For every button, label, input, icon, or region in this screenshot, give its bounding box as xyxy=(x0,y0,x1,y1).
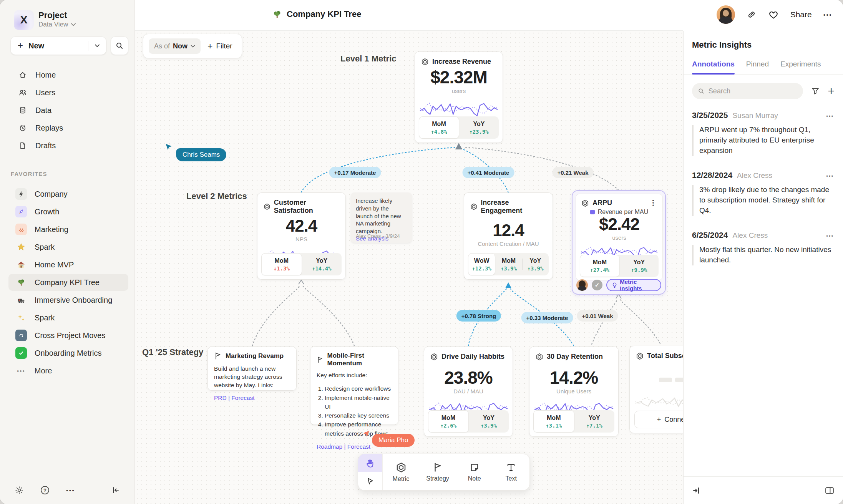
stat-mom[interactable]: MoM↑3.9% xyxy=(495,253,522,275)
workspace-logo[interactable]: X xyxy=(14,10,34,30)
stat-mom[interactable]: MoM↑27.4% xyxy=(580,255,620,277)
stat-yoy[interactable]: YoY↑7.1% xyxy=(574,410,615,433)
sidebar-item-immersive-onboarding[interactable]: Immersive Onboarding xyxy=(0,291,134,309)
ellipsis-icon[interactable]: ••• xyxy=(826,233,834,239)
annotation-item[interactable]: 3/25/2025 Susan Murray ••• ARPU went up … xyxy=(692,111,834,156)
sidebar-item-more[interactable]: ••• More xyxy=(0,362,134,380)
kebab-menu-icon[interactable]: ••• xyxy=(651,199,656,207)
sidebar-item-home-mvp[interactable]: Home MVP xyxy=(0,256,134,274)
collapse-sidebar-icon[interactable] xyxy=(111,486,120,495)
project-view-switcher[interactable]: Data View xyxy=(38,21,76,28)
annotation-item[interactable]: 6/25/2024 Alex Cress ••• Mostly flat thi… xyxy=(692,230,834,265)
strategy-note-marketing-revamp[interactable]: Marketing Revamp Build and launch a new … xyxy=(207,346,297,391)
metric-unit: users xyxy=(415,88,503,94)
sidebar-item-cross-project-moves[interactable]: Cross Project Moves xyxy=(0,327,134,344)
add-annotation-icon[interactable]: + xyxy=(828,85,835,98)
tree-icon xyxy=(272,10,282,19)
new-dropdown-chevron-icon[interactable] xyxy=(88,44,106,48)
filter-funnel-icon[interactable] xyxy=(811,86,820,96)
stat-yoy[interactable]: YoY↑3.9% xyxy=(469,410,509,433)
lightbulb-icon xyxy=(612,282,617,288)
metric-card-increase-revenue[interactable]: Increase Revenue $2.32M users MoM↑4.8% Y… xyxy=(415,51,503,143)
ellipsis-icon[interactable]: ••• xyxy=(826,173,834,179)
stat-yoy[interactable]: YoY↑3.9% xyxy=(522,253,549,275)
annotation-author: Alex Cress - 3/9/24 xyxy=(356,233,400,239)
sidebar-item-drafts[interactable]: Drafts xyxy=(0,137,134,154)
strategy-note-mobile-first-momentum[interactable]: Mobile-First Momentum Key efforts includ… xyxy=(310,346,398,425)
metric-hexagon-icon xyxy=(636,352,644,360)
note-links[interactable]: PRD | Forecast xyxy=(214,395,290,401)
annotations-search[interactable] xyxy=(692,83,803,99)
stat-mom[interactable]: MoM↑4.8% xyxy=(419,116,459,139)
stat-mom[interactable]: MoM↑3.1% xyxy=(533,410,574,433)
sidebar-item-replays[interactable]: Replays xyxy=(0,119,134,137)
metric-card-total-subscriptions[interactable]: Total Subscript +Connect xyxy=(629,346,683,433)
app-window: X Project Data View + New Home Users xyxy=(0,0,843,504)
stat-yoy[interactable]: YoY↑23.9% xyxy=(459,116,499,139)
stat-mom[interactable]: MoM↓1.3% xyxy=(261,253,302,275)
metric-tool-button[interactable]: Metric xyxy=(383,454,420,490)
metric-hexagon-icon xyxy=(536,353,543,361)
sidebar-nav: Home Users Data Replays Drafts xyxy=(0,66,134,154)
sidebar-more-options-icon[interactable]: ••• xyxy=(66,487,75,494)
strategy-row-label: Q1 '25 Strategy xyxy=(142,347,203,357)
chevron-down-icon xyxy=(191,45,195,48)
sidebar-footer: ? ••• xyxy=(0,476,134,504)
favorite-heart-icon[interactable] xyxy=(768,10,779,20)
metric-value: 42.4 xyxy=(257,217,345,235)
sidebar-item-company[interactable]: Company xyxy=(0,185,134,203)
settings-gear-icon[interactable] xyxy=(15,486,24,495)
sidebar-item-spark-2[interactable]: Spark xyxy=(0,309,134,327)
metric-unit: DAU / MAU xyxy=(424,388,513,395)
metric-card-drive-daily-habbits[interactable]: Drive Daily Habbits 23.8% DAU / MAU MoM↑… xyxy=(424,346,513,437)
help-icon[interactable]: ? xyxy=(40,485,50,495)
sidebar-item-company-kpi-tree[interactable]: Company KPI Tree xyxy=(0,274,134,291)
metric-card-increase-engagement[interactable]: Increase Engagement 12.4 Content Creatio… xyxy=(464,192,553,280)
sidebar-item-home[interactable]: Home xyxy=(0,66,134,84)
share-button[interactable]: Share xyxy=(790,10,812,19)
metric-insights-chip[interactable]: Metric Insights xyxy=(606,279,661,291)
select-tool-button[interactable] xyxy=(358,472,382,490)
stat-yoy[interactable]: YoY↑14.4% xyxy=(302,253,342,275)
connect-data-button[interactable]: +Connect xyxy=(634,411,683,428)
note-links[interactable]: Roadmap | Forecast xyxy=(317,443,392,450)
sidebar-item-data[interactable]: Data xyxy=(0,101,134,119)
sidebar: X Project Data View + New Home Users xyxy=(0,0,135,504)
sidebar-item-marketing[interactable]: Marketing xyxy=(0,220,134,238)
sidebar-item-spark[interactable]: Spark xyxy=(0,238,134,256)
canvas-annotation-note[interactable]: Increase likely driven by the launch of … xyxy=(351,192,412,243)
filter-button[interactable]: + Filter xyxy=(207,41,232,51)
chevron-down-icon xyxy=(71,23,76,27)
metric-card-customer-satisfaction[interactable]: Customer Satisfaction 42.4 NPS MoM↓1.3% … xyxy=(257,192,346,280)
as-of-selector[interactable]: As of Now xyxy=(149,38,201,54)
search-input[interactable] xyxy=(709,87,798,95)
collapse-panel-icon[interactable] xyxy=(692,486,701,495)
sidebar-search-button[interactable] xyxy=(111,36,128,55)
more-options-icon[interactable]: ••• xyxy=(823,12,832,18)
hand-tool-button[interactable] xyxy=(358,454,382,472)
stat-wow[interactable]: WoW↑12.3% xyxy=(468,253,495,275)
tab-annotations[interactable]: Annotations xyxy=(692,60,735,74)
tab-pinned[interactable]: Pinned xyxy=(746,60,769,74)
text-tool-button[interactable]: Text xyxy=(493,454,529,490)
sidebar-item-onboarding-metrics[interactable]: Onboarding Metrics xyxy=(0,344,134,362)
split-view-icon[interactable] xyxy=(825,486,835,495)
panel-title: Metric Insights xyxy=(684,31,843,50)
stat-yoy[interactable]: YoY↑9.9% xyxy=(620,255,659,277)
collaborator-avatar[interactable] xyxy=(576,279,588,291)
sidebar-item-growth[interactable]: Growth xyxy=(0,203,134,220)
new-button[interactable]: + New xyxy=(10,36,106,55)
metric-card-30-day-retention[interactable]: 30 Day Retention 14.2% Unique Users MoM↑… xyxy=(529,346,619,437)
metric-card-arpu-selected[interactable]: ARPU ••• Revenue per MAU $2.42 users MoM… xyxy=(572,190,666,295)
ellipsis-icon[interactable]: ••• xyxy=(826,113,834,119)
strategy-tool-button[interactable]: Strategy xyxy=(419,454,456,490)
stat-mom[interactable]: MoM↑2.6% xyxy=(428,410,469,433)
metric-insights-panel: Metric Insights Annotations Pinned Exper… xyxy=(683,31,843,504)
tab-experiments[interactable]: Experiments xyxy=(780,60,821,74)
annotation-item[interactable]: 12/28/2024 Alex Cress ••• 3% drop likely… xyxy=(692,171,834,216)
note-tool-button[interactable]: Note xyxy=(456,454,493,490)
kpi-tree-canvas[interactable]: As of Now + Filter Level 1 Metric Level … xyxy=(135,31,683,504)
copy-link-icon[interactable] xyxy=(747,10,757,20)
user-avatar[interactable] xyxy=(717,5,735,24)
sidebar-item-users[interactable]: Users xyxy=(0,84,134,101)
